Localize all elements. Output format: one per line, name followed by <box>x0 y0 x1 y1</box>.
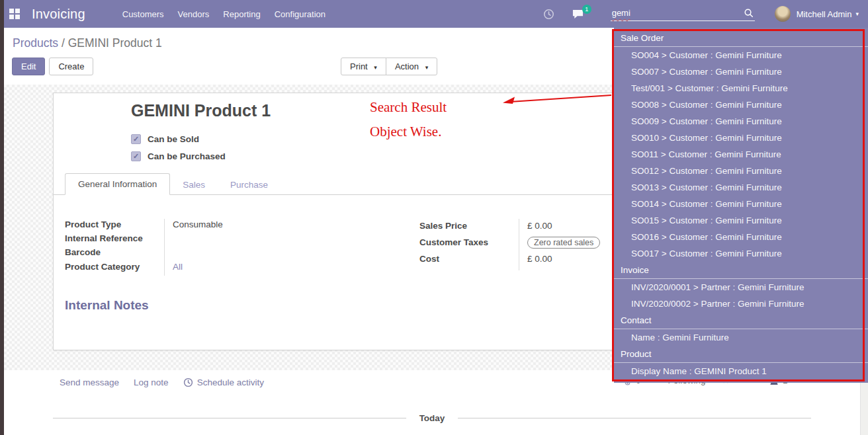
product-title: GEMINI Product 1 <box>131 101 271 120</box>
search-result-item[interactable]: SO013 > Customer : Gemini Furniture <box>614 179 868 196</box>
tab-sales[interactable]: Sales <box>170 175 218 195</box>
search-result-item[interactable]: SO015 > Customer : Gemini Furniture <box>614 212 868 229</box>
tab-general-information[interactable]: General Information <box>65 173 170 195</box>
breadcrumb-separator: / <box>62 36 65 50</box>
activities-clock-icon[interactable] <box>543 9 554 20</box>
log-note-button[interactable]: Log note <box>134 377 169 387</box>
tax-tag: Zero rated sales <box>527 237 600 249</box>
breadcrumb-current: GEMINI Product 1 <box>68 36 162 50</box>
search-result-item[interactable]: SO007 > Customer : Gemini Furniture <box>614 63 868 80</box>
user-menu[interactable]: Mitchell Admin <box>797 9 852 19</box>
nav-menu-vendors[interactable]: Vendors <box>178 9 210 19</box>
can-be-sold-label: Can be Sold <box>148 134 199 144</box>
apps-grid-icon[interactable] <box>9 9 20 19</box>
group-header-contact: Contact <box>614 312 868 329</box>
search-result-item[interactable]: INV/2020/0002 > Partner : Gemini Furnitu… <box>614 296 868 312</box>
tab-purchase[interactable]: Purchase <box>218 175 281 195</box>
search-query-text: gemi <box>612 8 630 18</box>
nav-menu-reporting[interactable]: Reporting <box>223 9 260 19</box>
left-edge-strip <box>0 0 4 435</box>
field-internal-reference: Internal Reference <box>65 231 402 245</box>
field-separator-line <box>164 219 165 276</box>
search-result-item[interactable]: Display Name : GEMINI Product 1 <box>614 363 868 379</box>
create-button[interactable]: Create <box>49 58 93 75</box>
global-search-input[interactable]: gemi <box>611 7 755 21</box>
checkbox-check-icon: ✓ <box>133 152 139 161</box>
today-divider: Today <box>53 413 811 423</box>
can-be-purchased-label: Can be Purchased <box>148 151 226 161</box>
clock-icon <box>183 377 193 387</box>
action-caret-icon: ▾ <box>425 64 429 71</box>
search-result-item[interactable]: SO017 > Customer : Gemini Furniture <box>614 245 868 262</box>
search-result-item[interactable]: INV/2020/0001 > Partner : Gemini Furnitu… <box>614 279 868 296</box>
can-be-sold-checkbox[interactable]: ✓ <box>131 134 141 144</box>
field-product-type: Product Type Consumable <box>65 218 402 231</box>
search-result-item[interactable]: SO014 > Customer : Gemini Furniture <box>614 196 868 212</box>
search-result-item[interactable]: SO011 > Customer : Gemini Furniture <box>614 146 868 163</box>
search-result-item[interactable]: SO010 > Customer : Gemini Furniture <box>614 130 868 146</box>
app-title: Invoicing <box>32 7 85 22</box>
user-avatar[interactable] <box>775 6 791 22</box>
nav-menu-configuration[interactable]: Configuration <box>275 9 326 19</box>
search-result-item[interactable]: SO016 > Customer : Gemini Furniture <box>614 229 868 245</box>
group-header-sale-order: Sale Order <box>614 30 868 47</box>
breadcrumb: Products / GEMINI Product 1 <box>13 36 162 50</box>
group-header-invoice: Invoice <box>614 262 868 279</box>
nav-menu-customers[interactable]: Customers <box>122 9 164 19</box>
search-result-item[interactable]: SO004 > Customer : Gemini Furniture <box>614 47 868 63</box>
search-result-item[interactable]: SO008 > Customer : Gemini Furniture <box>614 97 868 113</box>
field-barcode: Barcode <box>65 245 402 259</box>
checkbox-check-icon: ✓ <box>133 135 139 143</box>
field-product-category: Product Category All <box>65 259 402 274</box>
send-message-button[interactable]: Send message <box>60 377 119 387</box>
schedule-activity-button[interactable]: Schedule activity <box>183 377 264 387</box>
fields-column-left: Product Type Consumable Internal Referen… <box>65 218 402 274</box>
navbar-right: 1 gemi Mitchell Admin ▾ <box>543 6 859 22</box>
breadcrumb-products-link[interactable]: Products <box>13 36 58 50</box>
product-category-link[interactable]: All <box>164 262 183 272</box>
print-dropdown-button[interactable]: Print ▾ <box>341 58 386 75</box>
messages-icon[interactable]: 1 <box>572 9 584 20</box>
internal-notes-heading: Internal Notes <box>65 298 149 313</box>
search-result-item[interactable]: SO009 > Customer : Gemini Furniture <box>614 113 868 130</box>
annotation-text: Search Result Object Wise. <box>370 95 447 144</box>
search-result-item[interactable]: SO012 > Customer : Gemini Furniture <box>614 163 868 179</box>
search-result-item[interactable]: Name : Gemini Furniture <box>614 329 868 346</box>
field-separator-line <box>519 219 519 270</box>
group-header-product: Product <box>614 346 868 363</box>
user-menu-caret-icon[interactable]: ▾ <box>855 11 859 17</box>
search-result-item[interactable]: Test/001 > Customer : Gemini Furniture <box>614 80 868 97</box>
search-icon[interactable] <box>744 8 754 18</box>
nav-menus: Customers Vendors Reporting Configuratio… <box>122 9 326 19</box>
search-results-dropdown: Sale Order SO004 > Customer : Gemini Fur… <box>614 28 868 383</box>
annotation-arrow <box>499 91 613 108</box>
can-be-purchased-checkbox[interactable]: ✓ <box>131 151 141 161</box>
today-label: Today <box>419 413 445 423</box>
action-dropdown-button[interactable]: Action ▾ <box>386 58 437 75</box>
messages-badge: 1 <box>582 5 591 14</box>
print-caret-icon: ▾ <box>374 64 377 71</box>
edit-button[interactable]: Edit <box>12 58 45 75</box>
top-navbar: Invoicing Customers Vendors Reporting Co… <box>0 0 868 28</box>
